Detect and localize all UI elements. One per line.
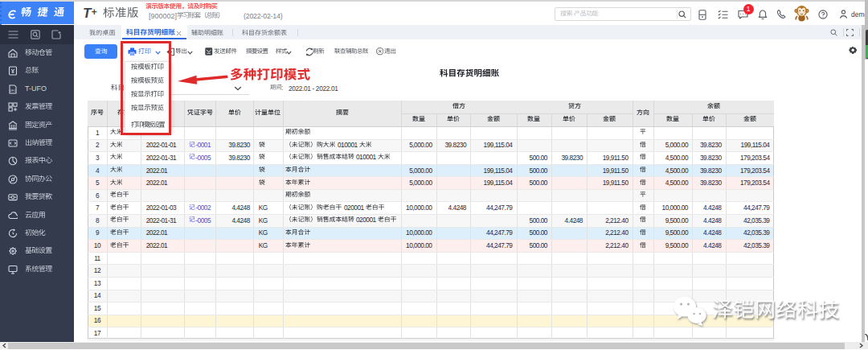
svg-text:UFO: UFO	[10, 89, 16, 93]
